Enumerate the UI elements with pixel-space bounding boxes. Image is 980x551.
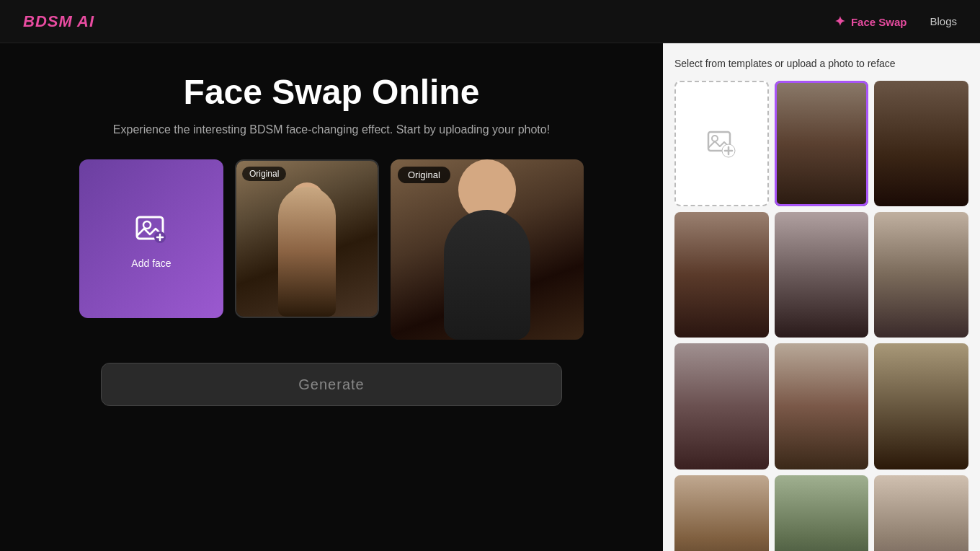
upload-area: Add face Original Original xyxy=(79,159,584,340)
large-preview: Original xyxy=(391,159,584,340)
template-item[interactable] xyxy=(874,212,968,338)
original-image xyxy=(236,161,378,317)
template-item[interactable] xyxy=(674,343,769,469)
template-item[interactable] xyxy=(874,81,968,206)
template-grid xyxy=(674,81,968,551)
page-title: Face Swap Online xyxy=(184,72,480,112)
nav-blogs[interactable]: Blogs xyxy=(930,15,957,27)
template-item[interactable] xyxy=(874,475,968,551)
header: BDSM AI ✦ Face Swap Blogs xyxy=(0,0,980,43)
add-face-label: Add face xyxy=(131,257,171,269)
preview-image: Original xyxy=(391,159,584,340)
template-item[interactable] xyxy=(674,212,769,338)
add-face-icon xyxy=(130,208,173,252)
page-layout: Face Swap Online Experience the interest… xyxy=(0,43,980,551)
big-body xyxy=(444,210,530,340)
template-item[interactable] xyxy=(874,343,968,469)
logo: BDSM AI xyxy=(23,12,94,31)
right-panel: Select from templates or upload a photo … xyxy=(663,43,980,551)
left-panel: Face Swap Online Experience the interest… xyxy=(0,43,663,551)
original-photo-box[interactable]: Original xyxy=(235,159,379,318)
template-item[interactable] xyxy=(775,475,869,551)
template-item[interactable] xyxy=(674,475,769,551)
figure-body xyxy=(278,187,336,317)
upload-image-icon xyxy=(707,129,736,158)
nav-face-swap[interactable]: ✦ Face Swap xyxy=(834,14,907,30)
original-badge: Original xyxy=(242,167,286,181)
big-figure xyxy=(415,159,559,340)
template-item[interactable] xyxy=(775,212,869,338)
page-subtitle: Experience the interesting BDSM face-cha… xyxy=(113,123,550,136)
sparkle-icon: ✦ xyxy=(834,14,845,29)
navigation: ✦ Face Swap Blogs xyxy=(834,14,957,30)
upload-template-slot[interactable] xyxy=(674,81,769,206)
svg-point-1 xyxy=(143,221,151,229)
add-face-box[interactable]: Add face xyxy=(79,159,223,318)
right-panel-title: Select from templates or upload a photo … xyxy=(674,58,968,69)
generate-button[interactable]: Generate xyxy=(101,363,562,406)
template-item[interactable] xyxy=(775,343,869,469)
template-item[interactable] xyxy=(775,81,869,206)
svg-point-4 xyxy=(712,136,718,141)
